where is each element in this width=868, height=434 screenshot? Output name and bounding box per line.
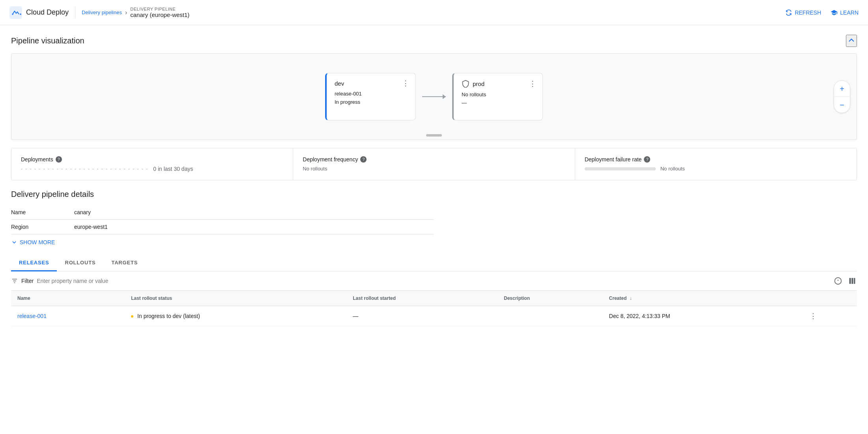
col-created[interactable]: Created ↓ bbox=[603, 291, 803, 306]
zoom-out-button[interactable]: − bbox=[834, 97, 850, 113]
row-rollout-status: In progress to dev (latest) bbox=[125, 306, 346, 326]
top-bar-left: Cloud Deploy Delivery pipelines › DELIVE… bbox=[9, 6, 189, 19]
stat-failure-label: Deployment failure rate ? bbox=[585, 156, 847, 163]
stat-failure-rate: Deployment failure rate ? No rollouts bbox=[575, 148, 857, 180]
table-row: release-001 In progress to dev (latest) … bbox=[11, 306, 857, 326]
details-label-region: Region bbox=[11, 220, 74, 234]
chevron-down-icon bbox=[11, 239, 17, 245]
stat-deployments-value-row: - - - - - - - - - - - - - - - - - - - - … bbox=[21, 166, 283, 172]
table-body: release-001 In progress to dev (latest) … bbox=[11, 306, 857, 326]
breadcrumb: Delivery pipelines › DELIVERY PIPELINE c… bbox=[75, 7, 189, 18]
row-created: Dec 8, 2022, 4:13:33 PM bbox=[603, 306, 803, 326]
details-label-name: Name bbox=[11, 205, 74, 220]
node-dev-menu[interactable]: ⋮ bbox=[402, 80, 409, 87]
pipeline-viz-title: Pipeline visualization bbox=[11, 36, 84, 45]
node-prod-info: No rollouts — bbox=[462, 91, 536, 107]
details-title: Delivery pipeline details bbox=[11, 190, 857, 199]
breadcrumb-label: DELIVERY PIPELINE bbox=[130, 7, 189, 11]
node-prod-header: prod ⋮ bbox=[462, 80, 536, 88]
row-menu: ⋮ bbox=[803, 306, 857, 326]
sort-icon: ↓ bbox=[630, 296, 632, 301]
svg-point-1 bbox=[12, 13, 13, 15]
release-link[interactable]: release-001 bbox=[17, 313, 47, 319]
node-prod-menu[interactable]: ⋮ bbox=[529, 80, 536, 87]
pipeline-node-dev: dev ⋮ release-001 In progress bbox=[325, 73, 416, 120]
col-description: Description bbox=[498, 291, 603, 306]
collapse-button[interactable] bbox=[846, 35, 857, 47]
status-dot bbox=[131, 315, 133, 318]
show-more-button[interactable]: SHOW MORE bbox=[11, 239, 857, 245]
table-header-row: Name Last rollout status Last rollout st… bbox=[11, 291, 857, 306]
node-prod-icon-group: prod bbox=[462, 80, 485, 88]
failure-rate-bar bbox=[585, 167, 656, 170]
learn-label: LEARN bbox=[840, 9, 859, 16]
logo: Cloud Deploy bbox=[9, 6, 69, 19]
deployments-help-icon[interactable]: ? bbox=[56, 156, 62, 163]
frequency-help-icon[interactable]: ? bbox=[360, 156, 367, 163]
refresh-icon bbox=[785, 9, 792, 16]
zoom-in-button[interactable]: + bbox=[834, 81, 850, 97]
col-name: Name bbox=[11, 291, 125, 306]
deployments-dashes: - - - - - - - - - - - - - - - - - - - - … bbox=[21, 166, 148, 172]
row-context-menu[interactable]: ⋮ bbox=[810, 312, 817, 320]
filter-right bbox=[833, 276, 857, 286]
details-value-name: canary bbox=[74, 205, 434, 220]
svg-rect-8 bbox=[851, 278, 853, 284]
chevron-up-icon bbox=[847, 36, 856, 45]
filter-input[interactable] bbox=[37, 278, 147, 284]
breadcrumb-current: DELIVERY PIPELINE canary (europe-west1) bbox=[130, 7, 189, 18]
shield-icon bbox=[462, 80, 470, 88]
node-dev-info: release-001 In progress bbox=[335, 90, 409, 107]
breadcrumb-link[interactable]: Delivery pipelines bbox=[82, 9, 122, 15]
node-dev-title: dev bbox=[335, 80, 344, 87]
details-row-name: Name canary bbox=[11, 205, 434, 220]
svg-point-2 bbox=[20, 13, 21, 15]
tab-rollouts[interactable]: ROLLOUTS bbox=[57, 255, 103, 271]
refresh-label: REFRESH bbox=[795, 9, 821, 16]
pipeline-canvas: dev ⋮ release-001 In progress bbox=[11, 53, 857, 140]
node-dev-release: release-001 bbox=[335, 90, 409, 98]
stat-failure-value-row: No rollouts bbox=[585, 166, 847, 172]
columns-toggle-icon[interactable] bbox=[847, 276, 857, 286]
row-rollout-started: — bbox=[346, 306, 498, 326]
row-description bbox=[498, 306, 603, 326]
stat-frequency-value: No rollouts bbox=[303, 166, 565, 172]
col-actions bbox=[803, 291, 857, 306]
refresh-button[interactable]: REFRESH bbox=[785, 9, 821, 16]
node-prod-status: — bbox=[462, 99, 536, 107]
filter-label: Filter bbox=[21, 278, 34, 284]
tabs: RELEASES ROLLOUTS TARGETS bbox=[11, 255, 857, 271]
zoom-controls: + − bbox=[834, 80, 850, 113]
node-prod-release: No rollouts bbox=[462, 91, 536, 99]
pipeline-nodes: dev ⋮ release-001 In progress bbox=[325, 73, 543, 120]
scroll-indicator bbox=[426, 134, 442, 137]
pipeline-node-prod: prod ⋮ No rollouts — bbox=[452, 73, 543, 120]
stat-deployments: Deployments ? - - - - - - - - - - - - - … bbox=[11, 148, 293, 180]
details-value-region: europe-west1 bbox=[74, 220, 434, 234]
stat-frequency-label: Deployment frequency ? bbox=[303, 156, 565, 163]
tab-targets[interactable]: TARGETS bbox=[103, 255, 146, 271]
stat-frequency: Deployment frequency ? No rollouts bbox=[293, 148, 575, 180]
filter-left: Filter bbox=[11, 277, 147, 284]
details-row-region: Region europe-west1 bbox=[11, 220, 434, 234]
arrow-line bbox=[422, 96, 446, 97]
node-dev-status: In progress bbox=[335, 98, 409, 107]
node-dev-header: dev ⋮ bbox=[335, 80, 409, 87]
learn-button[interactable]: LEARN bbox=[831, 9, 859, 16]
col-rollout-status: Last rollout status bbox=[125, 291, 346, 306]
app-title: Cloud Deploy bbox=[26, 8, 69, 17]
filter-help-icon[interactable] bbox=[833, 276, 843, 286]
scroll-pill bbox=[426, 134, 442, 137]
svg-rect-7 bbox=[849, 278, 851, 284]
row-name: release-001 bbox=[11, 306, 125, 326]
show-more-label: SHOW MORE bbox=[20, 239, 55, 245]
stats-bar: Deployments ? - - - - - - - - - - - - - … bbox=[11, 148, 857, 180]
failure-help-icon[interactable]: ? bbox=[644, 156, 650, 163]
tab-releases[interactable]: RELEASES bbox=[11, 255, 57, 271]
breadcrumb-name: canary (europe-west1) bbox=[130, 11, 189, 18]
pipeline-viz-header: Pipeline visualization bbox=[11, 35, 857, 47]
deployments-count: 0 in last 30 days bbox=[153, 166, 193, 172]
top-bar: Cloud Deploy Delivery pipelines › DELIVE… bbox=[0, 0, 868, 25]
table-header: Name Last rollout status Last rollout st… bbox=[11, 291, 857, 306]
pipeline-arrow bbox=[416, 96, 452, 97]
